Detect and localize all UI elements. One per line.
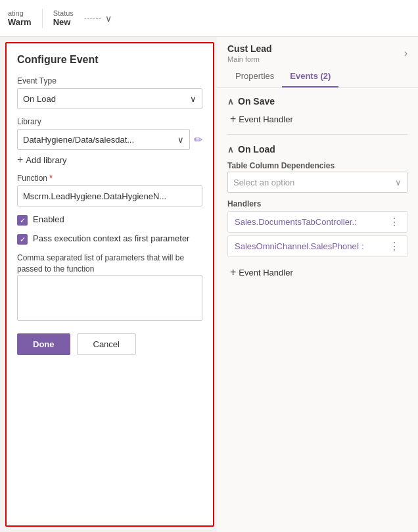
event-type-value: On Load <box>23 94 56 104</box>
add-on-load-handler-link[interactable]: + Event Handler <box>227 266 407 278</box>
enabled-label: Enabled <box>33 214 64 224</box>
configure-event-title: Configure Event <box>17 54 202 66</box>
handler-name-2: SalesOmniChannel.SalesPhoneI : <box>235 241 364 251</box>
event-type-chevron-icon: ∨ <box>190 94 197 104</box>
add-on-load-plus-icon: + <box>230 266 236 278</box>
handler-1-menu-icon[interactable]: ⋮ <box>389 216 400 228</box>
status-chevron-icon[interactable]: ∨ <box>105 13 112 24</box>
add-library-label: Add library <box>26 155 66 165</box>
library-label: Library <box>17 117 202 126</box>
warm-value: Warm <box>8 17 32 27</box>
enabled-checkbox[interactable]: ✓ <box>17 215 28 226</box>
library-value: DataHygiene/Data/salesdat... <box>23 135 134 145</box>
top-bar: ating Warm Status New ------ ∨ <box>0 0 418 37</box>
right-header: Cust Lead Main form › <box>217 37 418 63</box>
tab-properties[interactable]: Properties <box>227 66 282 87</box>
section-divider <box>227 134 407 135</box>
button-row: Done Cancel <box>17 333 202 355</box>
table-column-field: Table Column Dependencies Select an opti… <box>227 161 407 193</box>
function-field: Function <box>17 174 202 206</box>
done-button[interactable]: Done <box>17 333 70 355</box>
on-load-chevron-icon: ∧ <box>227 145 234 155</box>
status-area: ------ ∨ <box>84 13 112 24</box>
new-value: New <box>53 17 71 27</box>
add-on-load-label: Event Handler <box>239 268 292 278</box>
on-load-section-header: ∧ On Load <box>227 144 407 155</box>
divider <box>42 9 43 28</box>
pass-context-row: ✓ Pass execution context as first parame… <box>17 233 202 245</box>
library-field: Library DataHygiene/Data/salesdat... ∨ ✏… <box>17 117 202 166</box>
event-type-select[interactable]: On Load ∨ <box>17 88 202 109</box>
add-on-save-plus-icon: + <box>230 113 236 125</box>
main-form-label: Main form <box>227 55 272 63</box>
new-sublabel: Status <box>53 9 74 17</box>
main-layout: Configure Event Event Type On Load ∨ Lib… <box>0 37 418 532</box>
library-edit-icon[interactable]: ✏ <box>194 133 202 146</box>
new-item: Status New <box>53 9 74 27</box>
handlers-label: Handlers <box>227 199 407 208</box>
add-library-link[interactable]: + Add library <box>17 154 202 166</box>
tab-events[interactable]: Events (2) <box>282 66 338 87</box>
on-save-chevron-icon: ∧ <box>227 97 234 107</box>
on-save-section-header: ∧ On Save <box>227 96 407 107</box>
handler-item-1: Sales.DocumentsTabController.: ⋮ <box>227 211 407 233</box>
cust-lead-title: Cust Lead <box>227 43 272 54</box>
add-on-save-label: Event Handler <box>239 114 292 124</box>
handler-item-2: SalesOmniChannel.SalesPhoneI : ⋮ <box>227 235 407 257</box>
params-field: Comma separated list of parameters that … <box>17 253 202 323</box>
on-save-label: On Save <box>238 96 275 107</box>
event-type-field: Event Type On Load ∨ <box>17 76 202 109</box>
tabs-row: Properties Events (2) <box>217 66 418 88</box>
add-on-save-handler-link[interactable]: + Event Handler <box>227 113 407 125</box>
handler-2-menu-icon[interactable]: ⋮ <box>389 240 400 253</box>
right-content: ∧ On Save + Event Handler ∧ On Load Tabl… <box>217 88 418 286</box>
right-panel: Cust Lead Main form › Properties Events … <box>217 37 418 532</box>
pass-context-checkmark-icon: ✓ <box>20 236 26 243</box>
handlers-section: Handlers Sales.DocumentsTabController.: … <box>227 199 407 260</box>
function-input[interactable] <box>17 185 202 206</box>
handler-name-1: Sales.DocumentsTabController.: <box>235 217 357 227</box>
table-column-placeholder: Select an option <box>233 178 294 187</box>
configure-event-panel: Configure Event Event Type On Load ∨ Lib… <box>5 42 214 527</box>
event-type-label: Event Type <box>17 76 202 85</box>
table-column-chevron-icon: ∨ <box>395 178 402 187</box>
add-library-plus-icon: + <box>17 154 23 166</box>
right-panel-chevron-icon[interactable]: › <box>404 47 407 59</box>
table-column-label: Table Column Dependencies <box>227 161 407 170</box>
function-label: Function <box>17 174 202 183</box>
library-chevron-icon: ∨ <box>177 135 184 145</box>
library-row: DataHygiene/Data/salesdat... ∨ ✏ <box>17 129 202 150</box>
status-text: ------ <box>84 13 101 23</box>
library-select[interactable]: DataHygiene/Data/salesdat... ∨ <box>17 129 190 150</box>
warm-sublabel: ating <box>8 9 24 17</box>
on-load-label: On Load <box>238 144 275 155</box>
pass-context-label: Pass execution context as first paramete… <box>33 233 189 243</box>
params-label: Comma separated list of parameters that … <box>17 253 202 275</box>
params-textarea[interactable] <box>17 275 202 321</box>
table-column-select[interactable]: Select an option ∨ <box>227 172 407 193</box>
cancel-button[interactable]: Cancel <box>77 333 136 355</box>
enabled-row: ✓ Enabled <box>17 214 202 226</box>
pass-context-checkbox[interactable]: ✓ <box>17 234 28 245</box>
enabled-checkmark-icon: ✓ <box>20 217 26 224</box>
warm-item: ating Warm <box>8 9 32 27</box>
cust-lead-info: Cust Lead Main form <box>227 43 272 63</box>
